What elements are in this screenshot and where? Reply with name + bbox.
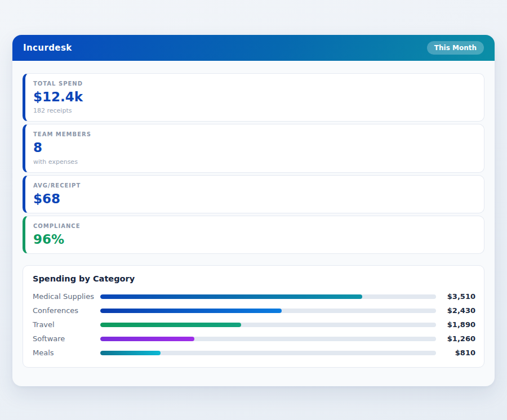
category-label: Conferences xyxy=(33,306,100,315)
stat-value: $12.4k xyxy=(33,90,474,104)
category-row: Travel $1,890 xyxy=(33,318,475,332)
category-row: Medical Supplies $3,510 xyxy=(33,289,475,303)
category-row: Software $1,260 xyxy=(33,332,475,346)
stat-label: TOTAL SPEND xyxy=(33,81,474,87)
stat-label: TEAM MEMBERS xyxy=(33,131,474,137)
category-value: $1,260 xyxy=(436,334,475,343)
chart-title: Spending by Category xyxy=(33,274,475,283)
category-bar-track xyxy=(100,351,436,355)
stat-label: COMPLIANCE xyxy=(33,223,474,229)
category-bar-track xyxy=(100,294,436,299)
category-value: $2,430 xyxy=(436,306,475,315)
category-value: $3,510 xyxy=(436,292,475,301)
category-bar-fill xyxy=(100,294,362,299)
category-row: Meals $810 xyxy=(33,346,475,360)
app-container: Incurdesk This Month TOTAL SPEND $12.4k … xyxy=(12,35,495,386)
stat-subtext: with expenses xyxy=(33,158,474,166)
category-label: Medical Supplies xyxy=(33,292,100,301)
period-badge[interactable]: This Month xyxy=(427,41,484,55)
category-bar-fill xyxy=(100,309,282,313)
stat-value: 96% xyxy=(33,233,474,247)
app-header: Incurdesk This Month xyxy=(12,35,495,61)
category-bar-fill xyxy=(100,351,161,355)
category-bar-fill xyxy=(100,323,241,327)
category-row: Conferences $2,430 xyxy=(33,303,475,318)
category-rows: Medical Supplies $3,510 Conferences $2,4… xyxy=(33,289,475,360)
stat-subtext: 182 receipts xyxy=(33,107,474,114)
stat-label: AVG/RECEIPT xyxy=(33,182,474,189)
stat-value: $68 xyxy=(33,192,474,206)
category-label: Travel xyxy=(33,320,100,329)
stat-card-avg-receipt: AVG/RECEIPT $68 xyxy=(23,175,484,213)
category-label: Meals xyxy=(33,348,100,357)
category-bar-track xyxy=(100,323,436,327)
app-title: Incurdesk xyxy=(23,43,72,53)
category-label: Software xyxy=(33,334,100,343)
category-value: $1,890 xyxy=(436,320,475,329)
spending-by-category-card: Spending by Category Medical Supplies $3… xyxy=(23,265,484,368)
stat-card-compliance: COMPLIANCE 96% xyxy=(23,216,484,254)
category-bar-track xyxy=(100,337,436,341)
category-value: $810 xyxy=(436,348,475,357)
category-bar-track xyxy=(100,309,436,313)
category-bar-fill xyxy=(100,337,194,341)
stat-card-total-spend: TOTAL SPEND $12.4k 182 receipts xyxy=(23,73,484,122)
stat-value: 8 xyxy=(33,141,474,155)
dashboard-content: TOTAL SPEND $12.4k 182 receipts TEAM MEM… xyxy=(12,61,495,368)
stat-card-team-members: TEAM MEMBERS 8 with expenses xyxy=(23,124,484,172)
